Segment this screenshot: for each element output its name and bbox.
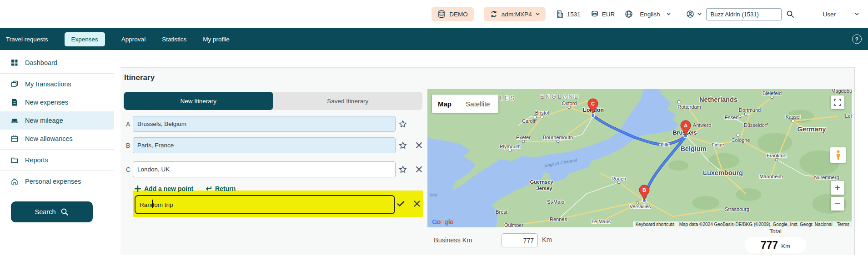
demo-badge[interactable]: DEMO bbox=[431, 7, 474, 21]
nav-statistics[interactable]: Statistics bbox=[162, 36, 186, 43]
remove-point-icon[interactable] bbox=[414, 165, 424, 175]
sidebar-item-new-mileage[interactable]: New mileage bbox=[0, 111, 114, 130]
environment-selector[interactable]: adm:MXP4 bbox=[484, 7, 546, 21]
person-circle-icon bbox=[686, 10, 694, 18]
point-row-b: B bbox=[120, 137, 430, 153]
search-icon[interactable] bbox=[786, 10, 794, 18]
favorite-star-icon[interactable] bbox=[398, 141, 408, 151]
sidebar-label: My transactions bbox=[25, 80, 71, 88]
sidebar-label: New mileage bbox=[25, 117, 63, 124]
chevron-down-icon bbox=[536, 13, 540, 15]
point-a-input[interactable] bbox=[133, 116, 396, 132]
user-role-menu[interactable]: User bbox=[823, 11, 859, 18]
entity-indicator: 1531 bbox=[556, 10, 581, 18]
car-icon bbox=[10, 116, 19, 125]
map-type-control: Map Satellite bbox=[432, 95, 498, 113]
entity-value: 1531 bbox=[567, 11, 581, 18]
user-role-label: User bbox=[823, 11, 836, 18]
point-label: A bbox=[126, 120, 130, 128]
sidebar-item-personal-expenses[interactable]: Personal expenses bbox=[0, 172, 114, 191]
page-title: Itinerary bbox=[124, 73, 155, 82]
confirm-check-icon[interactable] bbox=[395, 198, 406, 209]
return-label: Return bbox=[215, 185, 236, 192]
sidebar-item-reports[interactable]: Reports bbox=[0, 151, 114, 169]
expense-app: DEMO adm:MXP4 1531 EUR English bbox=[0, 0, 868, 266]
dashboard-icon bbox=[10, 59, 19, 67]
calendar-icon bbox=[10, 135, 19, 143]
refresh-icon bbox=[490, 10, 498, 18]
sidebar-label: Reports bbox=[25, 156, 48, 164]
demo-label: DEMO bbox=[449, 11, 468, 18]
main-nav: Travel requests Expenses Approval Statis… bbox=[0, 28, 868, 50]
search-button[interactable]: Search bbox=[11, 201, 93, 222]
user-avatar-menu[interactable] bbox=[686, 10, 702, 18]
itinerary-actions: Add a new point Return bbox=[135, 185, 236, 192]
business-km-label: Business Km bbox=[434, 236, 472, 244]
divider bbox=[0, 73, 114, 74]
business-km-input[interactable] bbox=[502, 233, 538, 247]
nav-my-profile[interactable]: My profile bbox=[203, 36, 230, 43]
keyboard-shortcuts-link[interactable]: Keyboard shortcuts bbox=[633, 221, 677, 227]
chevron-down-icon bbox=[667, 13, 671, 15]
language-selector[interactable]: English bbox=[625, 10, 671, 18]
currency-value: EUR bbox=[602, 11, 615, 18]
sidebar-label: New expenses bbox=[25, 99, 68, 106]
tab-new-itinerary[interactable]: New Itinerary bbox=[124, 92, 273, 110]
transactions-icon bbox=[10, 80, 19, 88]
add-point-link[interactable]: Add a new point bbox=[135, 185, 193, 192]
sidebar-item-dashboard[interactable]: Dashboard bbox=[0, 54, 114, 72]
point-label: B bbox=[126, 142, 130, 149]
chevron-down-icon bbox=[697, 13, 702, 15]
search-button-label: Search bbox=[35, 208, 56, 216]
google-logo: Google bbox=[432, 218, 453, 226]
fullscreen-button[interactable] bbox=[831, 95, 844, 109]
folder-icon bbox=[10, 156, 19, 164]
map-attribution: Keyboard shortcuts Map data ©2024 GeoBas… bbox=[633, 221, 852, 227]
new-point-name-input[interactable] bbox=[135, 195, 395, 214]
language-value: English bbox=[636, 11, 663, 18]
sidebar-label: Personal expenses bbox=[25, 178, 81, 185]
total-value: 777 bbox=[761, 239, 778, 251]
total-km-pill: 777 Km bbox=[745, 237, 806, 253]
total-label: Total bbox=[745, 228, 806, 235]
sidebar-item-new-expenses[interactable]: New expenses bbox=[0, 93, 114, 111]
divider bbox=[0, 171, 114, 171]
sidebar-label: New allowances bbox=[25, 135, 73, 142]
map-type-satellite-button[interactable]: Satellite bbox=[457, 95, 498, 113]
header-controls: DEMO adm:MXP4 1531 EUR English bbox=[431, 0, 868, 28]
pegman-control[interactable] bbox=[830, 147, 846, 163]
building-icon bbox=[556, 10, 564, 18]
globe-icon bbox=[625, 10, 633, 18]
pegman-icon bbox=[835, 150, 842, 160]
point-row-c: C bbox=[120, 161, 430, 177]
nav-approval[interactable]: Approval bbox=[121, 36, 146, 43]
add-point-label: Add a new point bbox=[144, 185, 193, 192]
nav-travel-requests[interactable]: Travel requests bbox=[6, 36, 48, 43]
user-search-input[interactable] bbox=[706, 8, 782, 20]
sidebar-item-new-allowances[interactable]: New allowances bbox=[0, 130, 114, 148]
tab-saved-itinerary[interactable]: Saved Itinerary bbox=[273, 92, 423, 110]
favorite-star-icon[interactable] bbox=[398, 165, 408, 175]
favorite-star-icon[interactable] bbox=[398, 119, 408, 129]
map-type-map-button[interactable]: Map bbox=[432, 95, 457, 113]
coins-icon bbox=[591, 10, 599, 18]
itinerary-tabs: New Itinerary Saved Itinerary bbox=[124, 92, 422, 110]
new-point-highlight bbox=[133, 191, 423, 217]
return-link[interactable]: Return bbox=[205, 185, 236, 192]
business-km-unit: Km bbox=[542, 236, 552, 243]
zoom-out-button[interactable]: − bbox=[831, 197, 844, 211]
terms-link[interactable]: Terms bbox=[835, 221, 852, 227]
zoom-in-button[interactable]: + bbox=[831, 181, 844, 195]
point-b-input[interactable] bbox=[133, 137, 396, 153]
sidebar-item-my-transactions[interactable]: My transactions bbox=[0, 75, 114, 93]
point-c-input[interactable] bbox=[133, 161, 396, 177]
cancel-x-icon[interactable] bbox=[411, 198, 422, 209]
route-map[interactable]: ENGLANDLESOxfordLondonBristolCardiffExet… bbox=[427, 89, 852, 227]
search-icon bbox=[60, 208, 69, 216]
sidebar-label: Dashboard bbox=[25, 59, 57, 66]
nav-expenses[interactable]: Expenses bbox=[65, 32, 105, 46]
map-data-text: Map data ©2024 GeoBasis-DE/BKG (©2009), … bbox=[677, 221, 835, 227]
divider bbox=[0, 149, 114, 150]
remove-point-icon[interactable] bbox=[414, 141, 424, 151]
help-icon[interactable]: ? bbox=[852, 35, 862, 44]
